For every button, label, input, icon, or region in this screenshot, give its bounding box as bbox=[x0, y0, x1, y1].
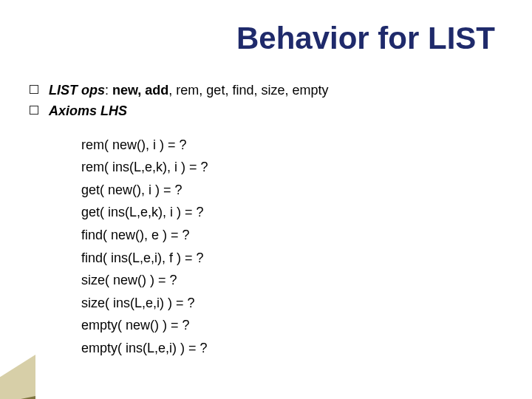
bullet-marker-icon bbox=[30, 106, 38, 115]
axiom-line: size( new() ) = ? bbox=[81, 269, 502, 292]
slide-title: Behavior for LIST bbox=[236, 21, 495, 56]
slide-content: LIST ops: new, add, rem, get, find, size… bbox=[30, 81, 502, 360]
axioms-label: Axioms LHS bbox=[49, 102, 127, 120]
ops-rest: , rem, get, find, size, empty bbox=[168, 83, 328, 98]
bullet-axioms: Axioms LHS bbox=[30, 102, 502, 120]
bullet-marker-icon bbox=[30, 85, 38, 94]
axiom-line: find( new(), e ) = ? bbox=[81, 224, 502, 247]
ops-prefix: LIST ops bbox=[49, 83, 105, 98]
axiom-line: size( ins(L,e,i) ) = ? bbox=[81, 292, 502, 315]
bullet-text: LIST ops: new, add, rem, get, find, size… bbox=[49, 81, 328, 99]
axiom-line: get( new(), i ) = ? bbox=[81, 179, 502, 202]
axiom-line: get( ins(L,e,k), i ) = ? bbox=[81, 201, 502, 224]
ops-bold: new, add bbox=[112, 83, 168, 98]
axiom-line: rem( ins(L,e,k), i ) = ? bbox=[81, 156, 502, 179]
slide: Behavior for LIST LIST ops: new, add, re… bbox=[0, 0, 532, 399]
axiom-line: rem( new(), i ) = ? bbox=[81, 134, 502, 157]
axiom-line: find( ins(L,e,i), f ) = ? bbox=[81, 247, 502, 270]
ops-colon: : bbox=[105, 83, 112, 98]
bullet-list-ops: LIST ops: new, add, rem, get, find, size… bbox=[30, 81, 502, 99]
axiom-line: empty( ins(L,e,i) ) = ? bbox=[81, 337, 502, 360]
corner-accent-icon bbox=[0, 355, 35, 399]
axiom-line: empty( new() ) = ? bbox=[81, 314, 502, 337]
axioms-list: rem( new(), i ) = ? rem( ins(L,e,k), i )… bbox=[81, 134, 502, 360]
